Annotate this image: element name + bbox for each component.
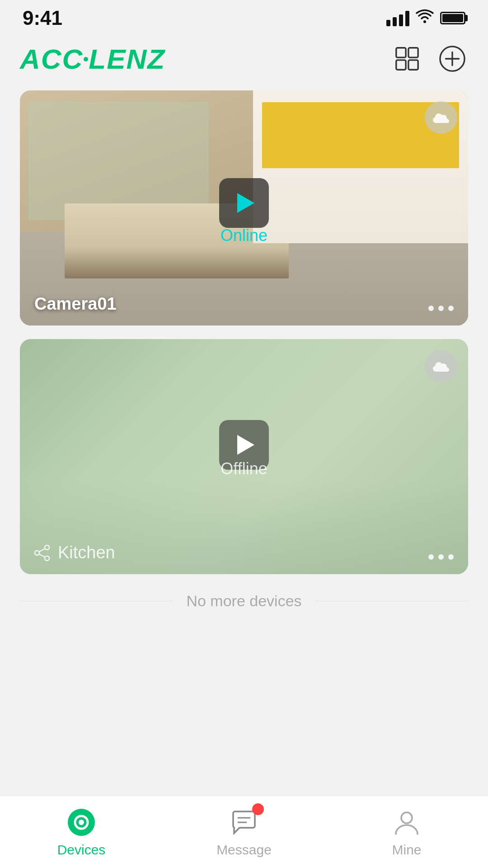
app-logo: ACCLENZ (20, 43, 165, 75)
no-more-devices: No more devices (20, 592, 468, 610)
svg-rect-1 (396, 48, 406, 57)
message-badge (252, 803, 264, 815)
add-device-button[interactable] (436, 43, 468, 75)
grid-view-button[interactable] (391, 43, 423, 75)
svg-point-0 (423, 20, 426, 23)
camera-name-kitchen: Kitchen (34, 543, 115, 562)
cloud-button-camera2[interactable] (425, 350, 457, 382)
status-icons (386, 9, 465, 27)
message-nav-icon (229, 807, 259, 838)
signal-icon (386, 10, 409, 26)
svg-point-18 (401, 812, 412, 823)
svg-line-11 (39, 549, 45, 552)
offline-status: Offline (221, 459, 267, 478)
wifi-icon (416, 9, 434, 27)
header-actions (391, 43, 468, 75)
svg-point-9 (35, 551, 39, 555)
status-time: 9:41 (23, 7, 62, 29)
nav-mine-label: Mine (392, 842, 421, 858)
play-button-online[interactable] (219, 178, 269, 228)
header: ACCLENZ (0, 36, 488, 81)
play-triangle-icon (237, 193, 254, 213)
svg-line-12 (39, 554, 45, 557)
online-status: Online (221, 226, 267, 245)
camera-card-offline[interactable]: Offline Kitchen (20, 339, 468, 574)
camera-options-2[interactable] (428, 554, 454, 560)
cloud-button-camera1[interactable] (425, 101, 457, 134)
bottom-nav: Devices Message Mine (0, 796, 488, 868)
devices-nav-icon (66, 807, 97, 838)
share-icon (34, 545, 51, 561)
camera-card-online[interactable]: Online Camera01 (20, 90, 468, 326)
nav-message[interactable]: Message (199, 807, 289, 858)
battery-icon (440, 12, 465, 24)
kitchen-label: Kitchen (58, 543, 115, 562)
nav-message-label: Message (216, 842, 272, 858)
nav-devices[interactable]: Devices (36, 807, 127, 858)
mine-nav-icon (391, 807, 422, 838)
svg-rect-3 (396, 60, 406, 70)
nav-mine[interactable]: Mine (361, 807, 452, 858)
play-triangle-offline-icon (237, 435, 254, 455)
camera-list: Online Camera01 Offline (0, 81, 488, 574)
camera-name-1: Camera01 (34, 294, 117, 314)
camera-options-1[interactable] (428, 306, 454, 311)
svg-point-10 (45, 556, 49, 561)
svg-rect-4 (408, 60, 418, 70)
svg-rect-2 (408, 48, 418, 57)
status-bar: 9:41 (0, 0, 488, 36)
svg-point-8 (45, 545, 49, 550)
svg-point-15 (79, 820, 84, 825)
nav-devices-label: Devices (57, 842, 106, 858)
